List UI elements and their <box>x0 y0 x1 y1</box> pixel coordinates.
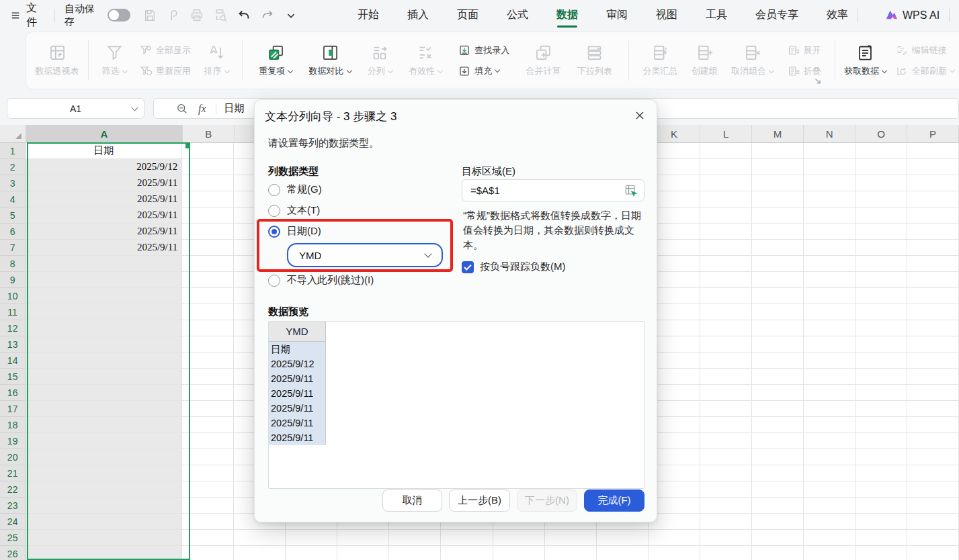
cell-N9[interactable] <box>804 272 856 288</box>
cell-L16[interactable] <box>700 385 752 401</box>
cell-N17[interactable] <box>804 401 856 417</box>
row-header-9[interactable]: 9 <box>0 272 26 288</box>
cell-P10[interactable] <box>907 288 959 304</box>
cell-D26[interactable] <box>286 546 337 560</box>
cell-M23[interactable] <box>752 498 804 514</box>
cell-A10[interactable] <box>26 288 182 304</box>
cell-A7[interactable]: 2025/9/11 <box>26 240 182 256</box>
row-header-16[interactable]: 16 <box>0 385 26 401</box>
cell-B14[interactable] <box>182 353 234 369</box>
cell-N19[interactable] <box>804 433 856 449</box>
tab-tools[interactable]: 工具 <box>706 1 727 29</box>
cell-O19[interactable] <box>856 433 907 449</box>
cell-J25[interactable] <box>597 530 649 546</box>
cell-A20[interactable] <box>26 449 182 465</box>
cell-L2[interactable] <box>700 159 752 175</box>
cell-L12[interactable] <box>700 320 752 336</box>
cell-P2[interactable] <box>907 159 959 175</box>
row-header-8[interactable]: 8 <box>0 256 26 272</box>
cell-M12[interactable] <box>752 320 804 336</box>
cancel-button[interactable]: 取消 <box>382 489 442 512</box>
tab-review[interactable]: 审阅 <box>606 1 628 29</box>
cell-M2[interactable] <box>752 159 804 175</box>
cell-P3[interactable] <box>907 175 959 191</box>
finish-button[interactable]: 完成(F) <box>584 489 644 512</box>
cell-P25[interactable] <box>907 530 959 546</box>
file-menu[interactable]: 文件 <box>9 1 45 30</box>
row-header-23[interactable]: 23 <box>0 498 26 514</box>
cell-P24[interactable] <box>907 514 959 530</box>
cell-B7[interactable] <box>182 240 234 256</box>
cell-O8[interactable] <box>856 256 907 272</box>
cell-B6[interactable] <box>182 224 234 240</box>
cell-H25[interactable] <box>493 530 545 546</box>
cell-A2[interactable]: 2025/9/12 <box>26 159 182 175</box>
cell-A14[interactable] <box>26 353 182 369</box>
cell-N5[interactable] <box>804 207 856 224</box>
target-range-input[interactable]: =$A$1 <box>462 179 644 201</box>
cell-N16[interactable] <box>804 385 856 401</box>
cell-O7[interactable] <box>856 240 907 256</box>
cell-B21[interactable] <box>182 465 234 481</box>
range-picker-icon[interactable] <box>624 184 638 197</box>
tab-page[interactable]: 页面 <box>457 1 478 29</box>
cell-P1[interactable] <box>907 143 959 159</box>
cell-O26[interactable] <box>856 546 907 560</box>
cell-N11[interactable] <box>804 304 856 320</box>
cell-O11[interactable] <box>856 304 907 320</box>
cell-O3[interactable] <box>856 175 907 191</box>
cell-M18[interactable] <box>752 417 804 433</box>
cell-O23[interactable] <box>856 498 907 514</box>
back-button[interactable]: 上一步(B) <box>449 489 510 512</box>
cell-A3[interactable]: 2025/9/11 <box>26 175 182 191</box>
row-header-20[interactable]: 20 <box>0 449 26 465</box>
redo-icon[interactable] <box>260 8 275 23</box>
cell-L10[interactable] <box>700 288 752 304</box>
cell-P15[interactable] <box>907 369 959 385</box>
cell-O9[interactable] <box>856 272 907 288</box>
autosave-toggle[interactable] <box>108 9 130 21</box>
cell-L3[interactable] <box>700 175 752 191</box>
cell-L21[interactable] <box>700 465 752 481</box>
cell-M24[interactable] <box>752 514 804 530</box>
cell-O16[interactable] <box>856 385 907 401</box>
cell-A16[interactable] <box>26 385 182 401</box>
radio-date[interactable]: 日期(D) <box>268 225 321 238</box>
cell-P7[interactable] <box>907 240 959 256</box>
cell-O15[interactable] <box>856 369 907 385</box>
cell-P9[interactable] <box>907 272 959 288</box>
cell-B12[interactable] <box>182 320 234 336</box>
cell-B8[interactable] <box>182 256 234 272</box>
cell-M4[interactable] <box>752 191 804 207</box>
tab-efficiency[interactable]: 效率 <box>827 1 848 29</box>
cell-H26[interactable] <box>493 546 545 560</box>
cell-N10[interactable] <box>804 288 856 304</box>
cell-B16[interactable] <box>182 385 234 401</box>
cell-O13[interactable] <box>856 336 907 353</box>
row-header-6[interactable]: 6 <box>0 224 26 240</box>
cell-O20[interactable] <box>856 449 907 465</box>
cell-B25[interactable] <box>182 530 234 546</box>
cell-L11[interactable] <box>700 304 752 320</box>
cell-L13[interactable] <box>700 336 752 353</box>
cell-B4[interactable] <box>182 191 234 207</box>
cell-O12[interactable] <box>856 320 907 336</box>
cell-O10[interactable] <box>856 288 907 304</box>
cell-N26[interactable] <box>804 546 856 560</box>
cell-B18[interactable] <box>182 417 234 433</box>
cell-L5[interactable] <box>700 207 752 224</box>
cell-N3[interactable] <box>804 175 856 191</box>
cell-G26[interactable] <box>441 546 493 560</box>
name-box-chevron-icon[interactable] <box>132 104 138 111</box>
cell-M13[interactable] <box>752 336 804 353</box>
cell-A22[interactable] <box>26 481 182 498</box>
cell-P16[interactable] <box>907 385 959 401</box>
cell-A11[interactable] <box>26 304 182 320</box>
cell-B13[interactable] <box>182 336 234 353</box>
cell-B24[interactable] <box>182 514 234 530</box>
cell-M5[interactable] <box>752 207 804 224</box>
cell-L17[interactable] <box>700 401 752 417</box>
cell-N15[interactable] <box>804 369 856 385</box>
cell-P22[interactable] <box>907 481 959 498</box>
cell-A24[interactable] <box>26 514 182 530</box>
